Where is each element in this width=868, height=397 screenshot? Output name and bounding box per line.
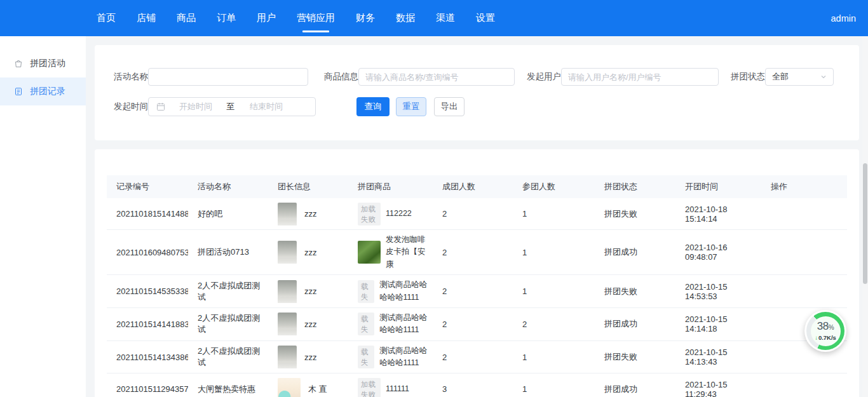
initiator-label: 发起用户 bbox=[526, 71, 561, 83]
group-status-label: 拼团状态 bbox=[729, 71, 765, 83]
user-menu[interactable]: admin bbox=[831, 13, 857, 24]
export-button[interactable]: 导出 bbox=[434, 97, 465, 116]
table-row: 202110181514148841 好的吧 zzz 加载失败 112222 2… bbox=[107, 198, 847, 230]
sidebar: 拼团活动 拼团记录 bbox=[0, 36, 86, 397]
column-header-1: 活动名称 bbox=[188, 181, 268, 192]
search-button[interactable]: 查询 bbox=[356, 97, 390, 116]
column-header-6: 拼团状态 bbox=[595, 181, 675, 192]
nav-item-orders[interactable]: 订单 bbox=[217, 0, 236, 36]
column-header-8: 操作 bbox=[761, 181, 847, 192]
status-cell: 拼团失败 bbox=[595, 205, 675, 224]
leader-avatar bbox=[278, 313, 297, 335]
filter-row-2: 发起时间 开始时间 至 结束时间 查询 重置 导出 bbox=[112, 97, 841, 116]
date-range-separator: 至 bbox=[226, 101, 234, 112]
table-body: 202110181514148841 好的吧 zzz 加载失败 112222 2… bbox=[107, 198, 847, 397]
product-cell: 载失 测试商品哈哈哈哈哈1111 bbox=[348, 275, 433, 307]
joined-count-cell: 1 bbox=[513, 349, 595, 366]
action-cell bbox=[761, 248, 847, 256]
leader-cell: zzz bbox=[268, 342, 348, 372]
product-name: 测试商品哈哈哈哈哈1111 bbox=[379, 345, 430, 370]
record-no-cell: 202110151414188323 bbox=[107, 316, 188, 333]
leader-cell: zzz bbox=[268, 237, 348, 267]
joined-count-cell: 1 bbox=[513, 283, 595, 300]
open-time-cell: 2021-10-18 15:14:14 bbox=[675, 201, 761, 227]
nav-item-data[interactable]: 数据 bbox=[396, 0, 415, 36]
activity-name-input[interactable] bbox=[148, 68, 308, 86]
action-cell bbox=[761, 210, 847, 218]
product-name: 测试商品哈哈哈哈哈1111 bbox=[379, 312, 430, 337]
table-row: 202110160948075366 拼团活动0713 zzz 发发泡咖啡皮卡拍… bbox=[107, 230, 847, 275]
group-status-select[interactable]: 全部 bbox=[765, 68, 834, 86]
scrollbar-thumb[interactable] bbox=[863, 163, 867, 284]
open-time-cell: 2021-10-15 14:14:18 bbox=[675, 311, 761, 337]
record-no-cell: 202110151129435795 bbox=[107, 380, 188, 397]
nav-item-users[interactable]: 用户 bbox=[257, 0, 276, 36]
group-size-cell: 2 bbox=[433, 244, 513, 261]
leader-name: zzz bbox=[304, 353, 317, 362]
reset-button[interactable]: 重置 bbox=[396, 97, 426, 116]
nav-item-settings[interactable]: 设置 bbox=[476, 0, 495, 36]
filter-row-1: 活动名称 商品信息 发起用户 拼团状态 全部 bbox=[112, 68, 841, 86]
nav-item-shop[interactable]: 店铺 bbox=[137, 0, 156, 36]
end-time-placeholder[interactable]: 结束时间 bbox=[250, 101, 283, 112]
status-cell: 拼团失败 bbox=[595, 347, 675, 367]
group-status-select-value: 全部 bbox=[772, 71, 789, 83]
nav-item-channels[interactable]: 渠道 bbox=[436, 0, 455, 36]
leader-name: zzz bbox=[304, 248, 317, 257]
leader-avatar bbox=[278, 203, 297, 225]
main-content: 活动名称 商品信息 发起用户 拼团状态 全部 发起时间 bbox=[86, 36, 868, 397]
column-header-5: 参团人数 bbox=[513, 181, 595, 192]
start-time-placeholder[interactable]: 开始时间 bbox=[179, 101, 212, 112]
sidebar-item-group-activity[interactable]: 拼团活动 bbox=[0, 50, 86, 77]
nav-item-home[interactable]: 首页 bbox=[97, 0, 116, 36]
group-records-icon bbox=[14, 87, 23, 96]
top-nav: 首页店铺商品订单用户营销应用财务数据渠道设置 bbox=[97, 0, 516, 36]
product-name: 测试商品哈哈哈哈哈1111 bbox=[379, 279, 430, 304]
group-activity-icon bbox=[14, 59, 23, 68]
product-info-input[interactable] bbox=[358, 68, 515, 86]
table-header-row: 记录编号活动名称团长信息拼团商品成团人数参团人数拼团状态开团时间操作 bbox=[107, 175, 847, 198]
open-time-cell: 2021-10-15 14:13:43 bbox=[675, 344, 761, 370]
joined-count-cell: 2 bbox=[513, 316, 595, 333]
chevron-down-icon bbox=[820, 74, 827, 80]
screen: 首页店铺商品订单用户营销应用财务数据渠道设置 admin 拼团活动 拼团记录 活… bbox=[0, 0, 868, 397]
broken-product-image: 加载失败 bbox=[358, 203, 381, 225]
table-row: 202110151414188323 2人不虚拟成团测试 zzz 载失 测试商品… bbox=[107, 308, 847, 341]
broken-product-image: 载失 bbox=[358, 280, 374, 303]
leader-cell: zzz bbox=[268, 309, 348, 339]
date-range-picker[interactable]: 开始时间 至 结束时间 bbox=[148, 97, 316, 116]
leader-cell: 木 直 bbox=[268, 374, 348, 397]
broken-product-image: 载失 bbox=[358, 346, 374, 368]
product-cell: 加载失败 112222 bbox=[348, 199, 433, 229]
leader-avatar bbox=[278, 280, 297, 303]
open-time-cell: 2021-10-15 14:53:53 bbox=[675, 278, 761, 305]
leader-name: zzz bbox=[304, 209, 317, 219]
table-row: 202110151453533873 2人不虚拟成团测试 zzz 载失 测试商品… bbox=[107, 275, 847, 308]
leader-name: zzz bbox=[304, 320, 317, 329]
download-speed: 0.7K/s bbox=[818, 334, 836, 341]
activity-name-cell: 2人不虚拟成团测试 bbox=[188, 342, 268, 372]
group-size-cell: 2 bbox=[433, 316, 513, 333]
activity-name-cell: 2人不虚拟成团测试 bbox=[188, 276, 268, 307]
product-name: 发发泡咖啡皮卡拍【安康 bbox=[386, 234, 430, 271]
record-no-cell: 202110181514148841 bbox=[107, 205, 188, 222]
column-header-3: 拼团商品 bbox=[348, 181, 433, 192]
status-cell: 拼团成功 bbox=[595, 314, 675, 333]
leader-cell: zzz bbox=[268, 199, 348, 229]
action-cell bbox=[761, 386, 847, 393]
nav-item-goods[interactable]: 商品 bbox=[177, 0, 196, 36]
column-header-4: 成团人数 bbox=[433, 181, 513, 192]
leader-avatar bbox=[278, 378, 301, 397]
initiator-input[interactable] bbox=[561, 68, 719, 86]
open-time-cell: 2021-10-15 11:29:43 bbox=[675, 376, 761, 397]
nav-item-finance[interactable]: 财务 bbox=[356, 0, 375, 36]
percent-symbol: % bbox=[829, 324, 834, 331]
joined-count-cell: 1 bbox=[513, 244, 595, 261]
scrollbar bbox=[862, 36, 868, 397]
download-progress-badge[interactable]: 38% ↓0.7K/s bbox=[804, 310, 846, 352]
start-time-label: 发起时间 bbox=[112, 101, 148, 112]
status-cell: 拼团成功 bbox=[595, 243, 675, 262]
activity-name-cell: 拼团活动0713 bbox=[188, 243, 268, 262]
sidebar-item-group-records[interactable]: 拼团记录 bbox=[0, 77, 86, 105]
nav-item-marketing[interactable]: 营销应用 bbox=[297, 0, 335, 36]
